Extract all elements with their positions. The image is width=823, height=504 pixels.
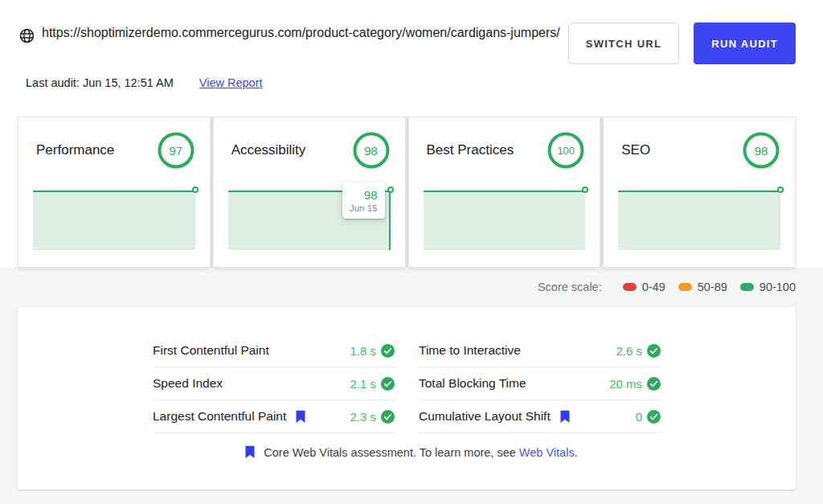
score-sparkline[interactable]: [618, 191, 780, 250]
audited-url: https://shoptimizerdemo.commercegurus.co…: [42, 23, 560, 43]
check-icon: [381, 377, 395, 391]
check-icon: [647, 377, 661, 391]
sparkline-marker: [777, 186, 784, 193]
card-title: Best Practices: [427, 142, 514, 158]
metrics-column-right: Time to Interactive 2.6 s Total Blocking…: [419, 334, 661, 433]
score-card-performance[interactable]: Performance 97: [18, 117, 211, 268]
card-title: Performance: [36, 142, 114, 158]
score-sparkline[interactable]: 98 Jun 15: [228, 191, 391, 250]
bookmark-icon: [295, 410, 306, 424]
card-title: SEO: [621, 142, 650, 158]
scale-range-fail: 0-49: [623, 281, 665, 293]
scale-pill-orange: [678, 283, 692, 291]
metric-row-tbt: Total Blocking Time 20 ms: [419, 367, 661, 400]
globe-icon: [19, 28, 35, 47]
score-value: 100: [547, 131, 585, 170]
score-scale-label: Score scale:: [538, 281, 602, 293]
metrics-column-left: First Contentful Paint 1.8 s Speed Index…: [153, 334, 395, 433]
metric-value: 20 ms: [609, 377, 642, 391]
view-report-link[interactable]: View Report: [199, 76, 263, 89]
score-ring: 98: [742, 131, 780, 170]
bookmark-icon: [244, 445, 256, 459]
tooltip-score: 98: [350, 187, 378, 203]
metric-row-speed-index: Speed Index 2.1 s: [153, 367, 395, 400]
score-ring: 98: [352, 131, 391, 170]
metric-row-tti: Time to Interactive 2.6 s: [419, 334, 661, 367]
metric-row-fcp: First Contentful Paint 1.8 s: [153, 334, 395, 367]
sparkline-marker: [387, 186, 394, 193]
card-title: Accessibility: [231, 142, 306, 158]
lower-section: Score scale: 0-49 50-89 90-100 First Con…: [0, 268, 823, 504]
last-audit-text: Last audit: Jun 15, 12:51 AM: [26, 76, 174, 89]
metric-value: 0: [636, 410, 642, 424]
score-value: 97: [157, 131, 195, 170]
check-icon: [381, 410, 395, 424]
score-value: 98: [352, 131, 391, 170]
switch-url-button[interactable]: SWITCH URL: [568, 23, 680, 64]
scale-pill-red: [623, 283, 637, 291]
bookmark-icon: [559, 410, 571, 424]
metric-value: 2.6 s: [616, 344, 642, 358]
sparkline-tooltip: 98 Jun 15: [342, 182, 385, 219]
sparkline-marker: [582, 186, 588, 193]
run-audit-button[interactable]: RUN AUDIT: [694, 23, 796, 64]
metrics-card: First Contentful Paint 1.8 s Speed Index…: [18, 307, 796, 490]
header: https://shoptimizerdemo.commercegurus.co…: [0, 0, 823, 117]
web-vitals-link[interactable]: Web Vitals: [519, 446, 575, 459]
score-sparkline[interactable]: [424, 191, 586, 250]
score-value: 98: [742, 131, 780, 170]
metric-row-cls: Cumulative Layout Shift 0: [419, 400, 661, 433]
metric-value: 1.8 s: [350, 344, 376, 358]
check-icon: [381, 344, 395, 358]
sparkline-marker: [192, 186, 199, 193]
tooltip-date: Jun 15: [350, 203, 378, 215]
metric-value: 2.3 s: [350, 410, 376, 424]
check-icon: [647, 344, 661, 358]
score-card-seo[interactable]: SEO 98: [603, 117, 796, 268]
hover-indicator-line: [389, 191, 391, 250]
score-card-accessibility[interactable]: Accessibility 98 98 Jun 15: [213, 117, 406, 268]
score-cards-row: Performance 97 Accessibility: [18, 117, 796, 268]
scale-pill-green: [740, 283, 754, 291]
metric-row-lcp: Largest Contentful Paint 2.3 s: [153, 400, 395, 433]
score-ring: 97: [157, 131, 195, 170]
score-ring: 100: [547, 131, 585, 170]
score-card-best-practices[interactable]: Best Practices 100: [408, 117, 601, 268]
check-icon: [647, 410, 661, 424]
scale-range-good: 90-100: [740, 281, 796, 293]
score-sparkline[interactable]: [33, 191, 195, 250]
score-scale-legend: Score scale: 0-49 50-89 90-100: [18, 278, 796, 296]
scale-range-average: 50-89: [678, 281, 727, 293]
footnote-text: Core Web Vitals assessment. To learn mor…: [264, 446, 577, 459]
core-web-vitals-footnote: Core Web Vitals assessment. To learn mor…: [18, 445, 796, 459]
metric-value: 2.1 s: [350, 377, 376, 391]
audit-page: https://shoptimizerdemo.commercegurus.co…: [0, 0, 823, 504]
